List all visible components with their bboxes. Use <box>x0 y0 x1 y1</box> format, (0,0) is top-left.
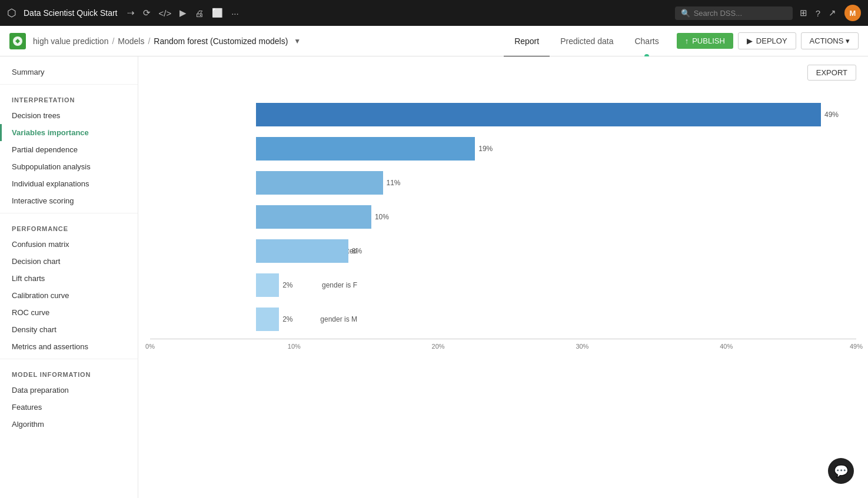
sidebar-item-individual-explanations[interactable]: Individual explanations <box>0 175 138 192</box>
x-axis: 0%10%20%30%40%49% <box>150 339 856 355</box>
sidebar-section-model-info: MODEL INFORMATION <box>0 363 138 382</box>
bar-track: 8% <box>256 239 821 263</box>
avatar[interactable]: M <box>844 5 861 21</box>
bar-row: gender is F2% <box>256 268 821 302</box>
toolbar-icons: ⇢ ⟳ </> ▶ 🖨 ⬜ ··· <box>127 8 239 18</box>
x-axis-label: 0% <box>145 343 155 350</box>
sidebar-item-decision-trees[interactable]: Decision trees <box>0 107 138 124</box>
actions-button[interactable]: ACTIONS ▾ <box>801 32 859 49</box>
help-icon[interactable]: ? <box>816 8 820 18</box>
bar-pct-label: 11% <box>387 179 401 187</box>
chat-bubble[interactable]: 💬 <box>828 458 854 484</box>
bar-track: 49% <box>256 103 821 126</box>
toolbar: ⬡ Data Scientist Quick Start ⇢ ⟳ </> ▶ 🖨… <box>0 0 868 26</box>
x-axis-label: 49% <box>850 343 863 350</box>
more-icon[interactable]: ··· <box>231 8 239 18</box>
bar-pct-label: 19% <box>478 145 493 153</box>
sidebar-item-variables-importance[interactable]: Variables importance <box>0 124 138 141</box>
bar-row: campaign is False11% <box>256 166 821 200</box>
publish-button[interactable]: ↑ PUBLISH <box>677 33 733 49</box>
sidebar-item-subpopulation-analysis[interactable]: Subpopulation analysis <box>0 158 138 175</box>
x-axis-label: 20% <box>432 343 445 350</box>
sidebar-item-confusion-matrix[interactable]: Confusion matrix <box>0 236 138 253</box>
sidebar-item-metrics-assertions[interactable]: Metrics and assertions <box>0 338 138 355</box>
bar-row: price_first_item_purchased49% <box>256 98 821 132</box>
app-title: Data Scientist Quick Start <box>24 8 118 18</box>
bar-row: gender is M2% <box>256 302 821 336</box>
sidebar-section-performance: PERFORMANCE <box>0 217 138 236</box>
export-btn-container: EXPORT <box>807 65 856 81</box>
bar-track: 2% <box>256 273 821 297</box>
bar-pct-label: 2% <box>282 315 292 323</box>
bar-track: 2% <box>256 308 821 331</box>
sidebar-item-lift-charts[interactable]: Lift charts <box>0 270 138 287</box>
x-axis-label: 30% <box>576 343 588 350</box>
analytics-icon[interactable]: ↗ <box>829 8 836 18</box>
search-bar[interactable]: 🔍 <box>675 6 793 20</box>
sidebar-item-density-chart[interactable]: Density chart <box>0 321 138 338</box>
variables-importance-chart: price_first_item_purchased49%age19%campa… <box>150 98 856 336</box>
sidebar-item-data-preparation[interactable]: Data preparation <box>0 382 138 399</box>
tab-predicted-data[interactable]: Predicted data <box>550 26 624 57</box>
sidebar-item-calibration-curve[interactable]: Calibration curve <box>0 287 138 304</box>
bar-fill <box>256 273 279 297</box>
bar-pct-label: 49% <box>824 111 839 119</box>
main-layout: Summary INTERPRETATION Decision trees Va… <box>0 56 868 498</box>
print-icon[interactable]: 🖨 <box>195 8 204 18</box>
subheader-actions: ↑ PUBLISH ▶ DEPLOY ACTIONS ▾ <box>677 32 859 49</box>
bar-fill <box>256 239 348 263</box>
sidebar-divider-3 <box>0 359 138 359</box>
bar-track: 19% <box>256 137 821 161</box>
publish-icon: ↑ <box>685 36 689 45</box>
breadcrumb-project[interactable]: high value prediction <box>33 36 108 46</box>
bar-fill <box>256 171 383 195</box>
bar-pct-label: 2% <box>282 281 292 289</box>
x-axis-label: 40% <box>720 343 733 350</box>
dss-logo <box>9 33 26 49</box>
breadcrumb-sep-2: / <box>148 36 150 46</box>
app-logo-icon: ⬡ <box>7 6 16 19</box>
sidebar-item-summary[interactable]: Summary <box>0 63 138 81</box>
code-icon[interactable]: </> <box>159 8 172 18</box>
sidebar-item-features[interactable]: Features <box>0 399 138 416</box>
subheader: high value prediction / Models / Random … <box>0 26 868 56</box>
bar-pct-label: 8% <box>352 247 362 255</box>
sidebar-item-partial-dependence[interactable]: Partial dependence <box>0 141 138 158</box>
bar-fill <box>256 103 821 126</box>
tab-report[interactable]: Report <box>504 26 550 57</box>
dss-logo-icon <box>12 36 23 46</box>
sidebar-divider-2 <box>0 213 138 213</box>
chat-icon: 💬 <box>834 464 849 478</box>
tab-charts[interactable]: Charts <box>624 26 669 57</box>
deploy-button[interactable]: ▶ DEPLOY <box>738 32 796 49</box>
x-axis-label: 10% <box>288 343 301 350</box>
breadcrumb-models[interactable]: Models <box>118 36 144 46</box>
search-input[interactable] <box>694 9 787 18</box>
chart-wrapper: price_first_item_purchased49%age19%campa… <box>138 86 868 367</box>
bar-row: pages_visited8% <box>256 234 821 268</box>
grid-icon[interactable]: ⊞ <box>800 8 807 18</box>
breadcrumb-sep-1: / <box>112 36 114 46</box>
bar-fill <box>256 308 279 331</box>
bar-track: 10% <box>256 205 821 229</box>
window-icon[interactable]: ⬜ <box>212 8 223 18</box>
nav-icon[interactable]: ⇢ <box>127 8 135 18</box>
bar-fill <box>256 205 371 229</box>
export-button[interactable]: EXPORT <box>807 65 856 81</box>
play-icon[interactable]: ▶ <box>179 8 187 18</box>
breadcrumb-dropdown-icon[interactable]: ▼ <box>294 37 301 45</box>
toolbar-right-icons: ⊞ ? ↗ M <box>800 5 861 21</box>
bar-fill <box>256 137 475 161</box>
deploy-icon: ▶ <box>747 36 753 45</box>
bar-row: age19% <box>256 132 821 166</box>
bar-track: 11% <box>256 171 821 195</box>
sidebar-item-algorithm[interactable]: Algorithm <box>0 416 138 433</box>
sidebar-item-decision-chart[interactable]: Decision chart <box>0 253 138 270</box>
refresh-icon[interactable]: ⟳ <box>143 8 151 18</box>
subheader-tabs: Report Predicted data Charts <box>504 26 670 56</box>
breadcrumb: high value prediction / Models / Random … <box>33 36 504 46</box>
sidebar-divider-1 <box>0 84 138 85</box>
sidebar-item-interactive-scoring[interactable]: Interactive scoring <box>0 192 138 209</box>
search-icon: 🔍 <box>681 9 690 18</box>
sidebar-item-roc-curve[interactable]: ROC curve <box>0 304 138 321</box>
